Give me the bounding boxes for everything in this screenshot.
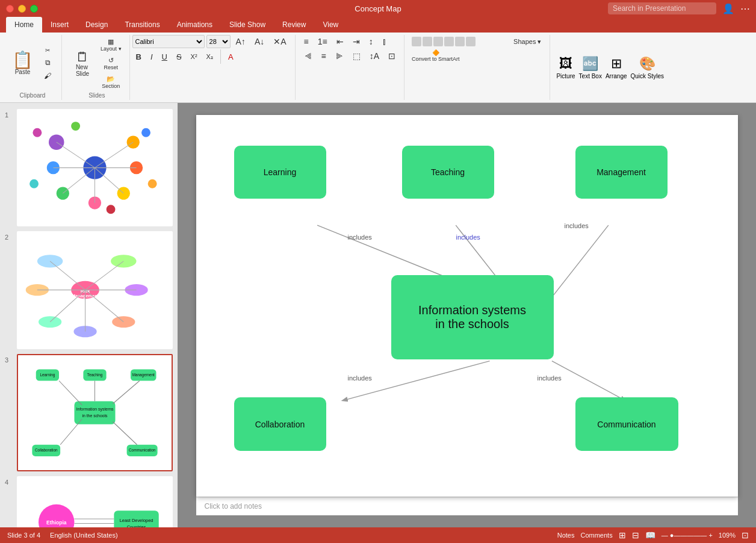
slide-preview-3: Information systems in the schools Learn… [18, 355, 172, 470]
format-painter-icon: 🖌 [44, 72, 51, 80]
comments-button[interactable]: Comments [580, 532, 612, 539]
svg-text:Information systems: Information systems [76, 407, 114, 412]
reset-button[interactable]: ↺ Reset [98, 55, 125, 72]
superscript-button[interactable]: X² [187, 50, 201, 63]
tab-slideshow[interactable]: Slide Show [221, 17, 274, 33]
italic-button[interactable]: I [147, 50, 156, 63]
svg-line-51 [59, 380, 82, 405]
paste-icon: 📋 [12, 52, 33, 69]
paste-button[interactable]: 📋 Paste [8, 49, 37, 78]
cut-icon: ✂ [45, 47, 50, 54]
bullet-list-button[interactable]: ≡ [300, 35, 312, 48]
increase-font-button[interactable]: A↑ [232, 35, 249, 48]
window-controls[interactable] [6, 5, 38, 13]
status-left: Slide 3 of 4 English (United States) [7, 532, 118, 539]
search-input[interactable] [608, 2, 716, 14]
slide-canvas[interactable]: Learning Teaching Management includes in… [196, 115, 738, 497]
shape-star[interactable] [466, 37, 476, 46]
subscript-button[interactable]: X₂ [203, 50, 217, 63]
section-button[interactable]: 📂 Section [98, 73, 125, 91]
collaboration-node[interactable]: Collaboration [234, 397, 326, 451]
layout-button[interactable]: ▦ Layout ▾ [98, 36, 125, 54]
clear-format-button[interactable]: ✕A [270, 35, 290, 48]
slide-thumb-4[interactable]: Ethiopia Least Developed Countries Self-… [17, 476, 173, 527]
slide-item-1[interactable]: 1 [5, 109, 173, 226]
font-size-select[interactable]: 28 [206, 35, 231, 48]
columns-button[interactable]: ⫿ [379, 35, 390, 48]
underline-button[interactable]: U [158, 50, 171, 63]
picture-button[interactable]: 🖼 Picture [556, 56, 575, 79]
communication-label: Communication [597, 420, 655, 429]
svg-line-55 [113, 421, 137, 444]
tab-home[interactable]: Home [6, 17, 42, 33]
user-icon[interactable]: 👤 [722, 3, 734, 14]
shape-rect[interactable] [412, 37, 421, 46]
notes-area[interactable]: Click to add notes [196, 497, 738, 515]
view-normal-button[interactable]: ⊞ [619, 530, 626, 540]
align-text-button[interactable]: ⊡ [385, 49, 399, 63]
shape-line[interactable] [444, 37, 454, 46]
teaching-node[interactable]: Teaching [402, 146, 494, 199]
shapes-button[interactable]: Shapes ▾ [510, 35, 545, 48]
tab-review[interactable]: Review [274, 17, 314, 33]
shape-triangle[interactable] [455, 37, 465, 46]
tab-view[interactable]: View [314, 17, 347, 33]
font-family-select[interactable]: Calibri [132, 35, 205, 48]
fit-window-button[interactable]: ⊡ [742, 530, 749, 540]
quick-styles-button[interactable]: 🎨 Quick Styles [631, 56, 665, 79]
justify-button[interactable]: ⬚ [349, 49, 364, 63]
shape-arrow[interactable] [433, 37, 443, 46]
text-direction-button[interactable]: ↕A [366, 49, 383, 63]
clipboard-buttons: 📋 Paste ✂ ⧉ 🖌 [8, 36, 57, 91]
convert-smartart-button[interactable]: 🔶 Convert to SmartArt [412, 49, 460, 62]
maximize-button[interactable] [30, 5, 38, 13]
ribbon: Home Insert Design Transitions Animation… [0, 17, 756, 33]
bold-button[interactable]: B [132, 50, 145, 63]
increase-indent-button[interactable]: ⇥ [349, 35, 364, 48]
textbox-button[interactable]: 🔤 Text Box [579, 56, 602, 79]
view-reading-button[interactable]: 📖 [645, 530, 655, 540]
tab-transitions[interactable]: Transitions [116, 17, 168, 33]
slide-thumb-3[interactable]: Information systems in the schools Learn… [17, 354, 173, 471]
new-slide-button[interactable]: 🗒 NewSlide [69, 48, 96, 79]
align-left-button[interactable]: ⫷ [300, 49, 316, 63]
view-slide-sorter-button[interactable]: ⊟ [632, 530, 639, 540]
svg-text:Countries: Countries [127, 524, 146, 527]
tab-animations[interactable]: Animations [169, 17, 221, 33]
decrease-indent-button[interactable]: ⇤ [333, 35, 347, 48]
share-icon[interactable]: ⋯ [740, 3, 750, 14]
font-color-button[interactable]: A [225, 50, 237, 63]
tab-insert[interactable]: Insert [42, 17, 77, 33]
management-node[interactable]: Management [575, 146, 668, 199]
tab-design[interactable]: Design [77, 17, 116, 33]
close-button[interactable] [6, 5, 14, 13]
cut-button[interactable]: ✂ [39, 45, 57, 55]
slide-item-4[interactable]: 4 Ethiopia Least Developed Countries [5, 476, 173, 527]
align-center-button[interactable]: ≡ [318, 49, 330, 63]
decrease-font-button[interactable]: A↓ [251, 35, 268, 48]
learning-node[interactable]: Learning [234, 146, 326, 199]
list-row: ≡ 1≡ ⇤ ⇥ ↕ ⫿ [300, 35, 400, 48]
center-node[interactable]: Information systemsin the schools [391, 275, 554, 359]
strikethrough-button[interactable]: S [173, 50, 185, 63]
format-painter-button[interactable]: 🖌 [39, 70, 57, 82]
ribbon-tabs: Home Insert Design Transitions Animation… [0, 17, 756, 33]
line-spacing-button[interactable]: ↕ [365, 35, 377, 48]
slides-group: 🗒 NewSlide ▦ Layout ▾ ↺ Reset 📂 Section … [64, 35, 130, 100]
communication-node[interactable]: Communication [575, 397, 678, 451]
slide-thumb-2[interactable]: Risk Management [17, 231, 173, 349]
title-bar-right: 👤 ⋯ [608, 2, 750, 14]
numbered-list-button[interactable]: 1≡ [314, 35, 331, 48]
notes-button[interactable]: Notes [557, 532, 575, 539]
svg-line-13 [95, 168, 124, 194]
shape-circle[interactable] [423, 37, 432, 46]
new-slide-label: NewSlide [76, 64, 89, 77]
align-right-button[interactable]: ⫸ [332, 49, 347, 63]
slide-item-3[interactable]: 3 Information systems in the schools Lea… [5, 354, 173, 471]
zoom-slider[interactable]: — ●————— + [662, 532, 713, 539]
arrange-button[interactable]: ⊞ Arrange [606, 56, 627, 79]
slide-item-2[interactable]: 2 Risk Management [5, 231, 173, 349]
minimize-button[interactable] [18, 5, 26, 13]
copy-button[interactable]: ⧉ [39, 57, 57, 69]
slide-thumb-1[interactable] [17, 109, 173, 226]
